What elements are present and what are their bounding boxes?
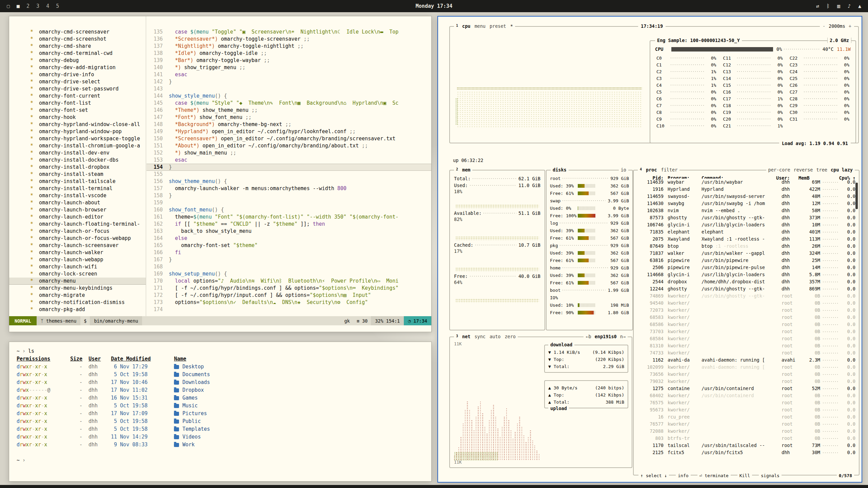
code-line[interactable]: 142} — [146, 78, 431, 85]
file-list-item[interactable]: *omarchy-cmd-terminal-cwd — [9, 50, 146, 57]
process-row[interactable]: 2125fcitx5/usr/bin/fcitx5dhh30M0.0 — [634, 449, 859, 456]
code-line[interactable]: 137 *Nightlight*) omarchy-toggle-nightli… — [146, 43, 431, 50]
file-list-item[interactable]: *omarchy-launch-browser — [9, 206, 146, 214]
signals-button[interactable]: signals — [759, 473, 782, 478]
process-row[interactable]: 73656kworker/root0B0.0 — [634, 371, 859, 378]
terminal-content[interactable]: ~›lsPermissionsSizeUserDate ModifiedName… — [9, 342, 431, 470]
workspace-5[interactable]: 5 — [56, 3, 59, 9]
code-line[interactable]: 159 — [146, 199, 431, 206]
file-list-item[interactable]: *omarchy-cmd-screenshot — [9, 36, 146, 43]
network-icon[interactable]: ▲ — [858, 3, 861, 9]
code-line[interactable]: 163 back_to show_style_menu — [146, 228, 431, 235]
file-list-item[interactable]: *omarchy-install-docker-dbs — [9, 157, 146, 164]
bluetooth-icon[interactable]: ᛒ — [827, 3, 830, 9]
code-line[interactable]: 166 fi — [146, 249, 431, 256]
terminate-button[interactable]: ⏎ terminate — [697, 473, 731, 478]
file-list-item[interactable]: *omarchy-font-set — [9, 107, 146, 114]
terminal-window[interactable]: ~›lsPermissionsSizeUserDate ModifiedName… — [9, 342, 432, 482]
code-line[interactable]: 139 *Bar*) omarchy-toggle-waybar ;; — [146, 57, 431, 64]
code-line[interactable]: 174 — [146, 306, 431, 313]
process-row[interactable]: 71837walker/usr/bin/walker --gappldhh324… — [634, 250, 859, 257]
menu-button[interactable]: menu — [474, 23, 486, 29]
volume-icon[interactable]: ♪ — [848, 3, 851, 9]
code-line[interactable]: 162 if [[ "$theme" == "CNCLD" || -z "$th… — [146, 221, 431, 228]
code-line[interactable]: 141 esac — [146, 71, 431, 78]
process-row[interactable]: 114659swayosd-/usr/bin/swayosd-serverdhh… — [634, 193, 859, 200]
workspace-2[interactable]: 2 — [26, 3, 29, 9]
file-list-item[interactable]: *omarchy-install-vscode — [9, 192, 146, 199]
code-line[interactable]: 140 *) show_trigger_menu ;; — [146, 64, 431, 71]
system-tray[interactable]: ⇄ᛒ▥♪▲ — [816, 3, 861, 9]
process-row[interactable]: 102099kworker/avahi-daemon: running [roo… — [634, 364, 859, 371]
process-row[interactable]: 73703kworker/root0B0.0 — [634, 328, 859, 335]
per-core-button[interactable]: per-core — [768, 167, 790, 172]
net-sync-button[interactable]: sync — [474, 334, 486, 339]
file-list-item[interactable]: *omarchy-launch-or-focus-webapp — [9, 235, 146, 242]
code-line[interactable]: 145 case $(menu "Style" "◆ Theme\n✎ Font… — [146, 100, 431, 107]
process-row[interactable]: 12244ghostty/usr/bin/ghostty --gtk-dhh86… — [634, 285, 859, 292]
file-list-item[interactable]: *omarchy-drive-select — [9, 78, 146, 85]
process-row[interactable]: 114668glycin-i/usr/lib/glycin-loadersdhh… — [634, 271, 859, 278]
code-line[interactable]: 164 else — [146, 235, 431, 242]
battery-icon[interactable]: ▥ — [837, 3, 840, 9]
file-list-item[interactable]: *omarchy-hyprland-workspace-toggle — [9, 135, 146, 142]
net-auto-button[interactable]: auto — [490, 334, 501, 339]
process-row[interactable]: 68586kworker/root0B0.0 — [634, 321, 859, 328]
code-line[interactable]: 144show_style_menu() { — [146, 93, 431, 100]
process-row[interactable]: 68583kworker/root0B0.0 — [634, 314, 859, 321]
code-line[interactable]: 149 *Hyprland*) open_in_editor ~/.config… — [146, 128, 431, 135]
code-line[interactable]: 156show_theme_menu() { — [146, 178, 431, 185]
file-list-item[interactable]: *omarchy-font-current — [9, 93, 146, 100]
file-list-item[interactable]: *omarchy-lock-screen — [9, 270, 146, 278]
file-list-item[interactable]: *omarchy-cmd-screensaver — [9, 28, 146, 36]
code-line[interactable]: 171 [ -f ~/.config/hypr/bindings.conf ] … — [146, 285, 431, 292]
code-line[interactable]: 168 — [146, 263, 431, 270]
file-list-item[interactable]: *omarchy-install-tailscale — [9, 178, 146, 185]
process-scrollbar[interactable] — [855, 183, 858, 465]
workspace-switcher[interactable]: ▢■2345 — [7, 3, 59, 9]
code-line[interactable]: 170 local options="♪ Audio\n≋ Wifi\nᛒ Bl… — [146, 278, 431, 285]
file-list-item[interactable]: *omarchy-font-list — [9, 100, 146, 107]
scroll-up-icon[interactable]: ↑ — [850, 174, 855, 179]
interval-minus-button[interactable]: - — [823, 23, 825, 29]
code-line[interactable]: 154} — [146, 164, 431, 171]
process-row[interactable]: 72088kworker/root0B0.0 — [634, 428, 859, 435]
process-row[interactable]: 76575kworker/root0B0.0 — [634, 399, 859, 406]
file-list-item[interactable]: *omarchy-debug — [9, 57, 146, 64]
code-line[interactable]: 172 [ -f ~/.config/hypr/input.conf ] && … — [146, 292, 431, 299]
file-list-item[interactable]: *omarchy-launch-wifi — [9, 263, 146, 270]
file-list-item[interactable]: *omarchy-launch-editor — [9, 214, 146, 221]
file-explorer-panel[interactable]: *omarchy-cmd-screensaver*omarchy-cmd-scr… — [9, 16, 146, 316]
file-list-item[interactable]: *omarchy-launch-floating-terminal- — [9, 221, 146, 228]
process-row[interactable]: 1162avahi-daavahi-daemon: running [avahi… — [634, 357, 859, 364]
code-line[interactable]: 153 esac — [146, 157, 431, 164]
file-list-item[interactable]: *omarchy-launch-or-focus — [9, 228, 146, 235]
code-line[interactable]: 150 *Screensaver*) open_in_editor ~/.con… — [146, 135, 431, 142]
process-row[interactable]: 81310kworker/root0B0.0 — [634, 342, 859, 349]
net-next-iface-button[interactable]: n→ — [620, 334, 626, 339]
file-list-item[interactable]: *omarchy-launch-about — [9, 199, 146, 206]
code-line[interactable]: 155 — [146, 171, 431, 178]
code-line[interactable]: 169show_setup_menu() { — [146, 270, 431, 278]
file-list-item[interactable]: *omarchy-install-dropbox — [9, 164, 146, 171]
file-list-item[interactable]: *omarchy-menu — [9, 278, 146, 285]
code-line[interactable]: 173 options="$options\n✓ Defaults\n☁ DNS… — [146, 299, 431, 306]
file-list-item[interactable]: *omarchy-pkg-add — [9, 306, 146, 313]
screen-share-icon[interactable]: ⇄ — [816, 3, 819, 9]
process-row[interactable]: 72073kworker/root0B0.0 — [634, 307, 859, 314]
editor-window[interactable]: *omarchy-cmd-screensaver*omarchy-cmd-scr… — [9, 16, 432, 332]
file-list-item[interactable]: *omarchy-install-dev-env — [9, 149, 146, 157]
workspace-3[interactable]: 3 — [36, 3, 39, 9]
reverse-button[interactable]: reverse — [794, 167, 813, 172]
net-zero-button[interactable]: zero — [505, 334, 516, 339]
file-list-item[interactable]: *omarchy-cmd-share — [9, 43, 146, 50]
workspace-active[interactable]: ■ — [17, 3, 20, 9]
code-line[interactable]: 152 *) show_main_menu ;; — [146, 149, 431, 157]
code-line[interactable]: 146 *Theme*) show_theme_menu ;; — [146, 107, 431, 114]
file-list-item[interactable]: *omarchy-drive-set-password — [9, 85, 146, 93]
file-list-item[interactable]: *omarchy-migrate — [9, 292, 146, 299]
code-line[interactable]: 138 *Idle*) omarchy-toggle-idle ;; — [146, 50, 431, 57]
process-row[interactable]: 2506pipewire/usr/bin/pipewire-pulsedhh14… — [634, 264, 859, 271]
file-list-item[interactable]: *omarchy-dev-add-migration — [9, 64, 146, 71]
process-row[interactable]: 114639waybar/usr/bin/waybardhh69M0.0 — [634, 179, 859, 186]
